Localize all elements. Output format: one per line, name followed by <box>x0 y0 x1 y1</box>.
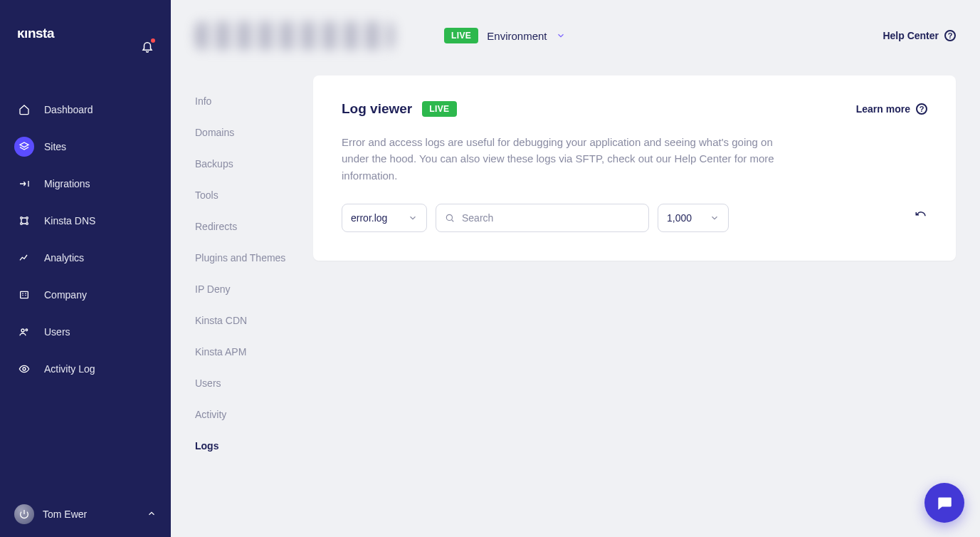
sidebar-item-analytics[interactable]: Analytics <box>0 241 171 275</box>
sidebar-item-dns[interactable]: Kinsta DNS <box>0 204 171 238</box>
help-icon: ? <box>944 30 956 41</box>
chat-launcher[interactable] <box>924 483 964 523</box>
users-icon <box>19 326 30 338</box>
site-title-redacted <box>195 21 394 50</box>
user-menu[interactable]: Tom Ewer <box>0 491 171 537</box>
avatar <box>14 504 34 524</box>
help-center-link[interactable]: Help Center ? <box>882 30 956 41</box>
card-title: Log viewer <box>342 101 412 117</box>
brand-logo[interactable]: ĸınsta <box>17 26 78 46</box>
sidebar: ĸınsta Dashboard Sites Migrations Kinsta… <box>0 0 171 537</box>
sidebar-item-dashboard[interactable]: Dashboard <box>0 93 171 127</box>
svg-point-8 <box>23 367 26 370</box>
subnav-redirects[interactable]: Redirects <box>171 211 313 242</box>
subnav-cdn[interactable]: Kinsta CDN <box>171 305 313 336</box>
power-icon <box>19 509 30 520</box>
refresh-button[interactable] <box>915 210 927 226</box>
sidebar-item-label: Activity Log <box>44 363 95 375</box>
dns-icon <box>19 215 30 226</box>
svg-point-3 <box>21 223 23 225</box>
notification-dot <box>151 38 155 43</box>
subnav-ip-deny[interactable]: IP Deny <box>171 273 313 305</box>
live-badge: LIVE <box>444 28 478 43</box>
svg-rect-5 <box>21 291 28 298</box>
card-description: Error and access logs are useful for deb… <box>342 134 783 184</box>
sidebar-item-activity-log[interactable]: Activity Log <box>0 352 171 386</box>
sidebar-item-label: Migrations <box>44 178 90 189</box>
svg-point-9 <box>446 214 452 220</box>
help-icon: ? <box>916 103 927 115</box>
sidebar-item-users[interactable]: Users <box>0 315 171 349</box>
environment-selector[interactable]: LIVE Environment <box>444 28 566 43</box>
refresh-icon <box>915 210 927 223</box>
svg-point-1 <box>21 217 23 219</box>
log-search[interactable] <box>436 204 649 232</box>
sidebar-item-label: Sites <box>44 141 66 152</box>
chevron-down-icon <box>408 213 418 223</box>
chevron-down-icon <box>556 31 566 41</box>
learn-more-link[interactable]: Learn more ? <box>856 103 927 115</box>
line-count-select[interactable]: 1,000 <box>658 204 729 232</box>
subnav-backups[interactable]: Backups <box>171 148 313 179</box>
subnav-plugins[interactable]: Plugins and Themes <box>171 242 313 273</box>
svg-text:ĸınsta: ĸınsta <box>17 26 55 41</box>
subnav-apm[interactable]: Kinsta APM <box>171 336 313 367</box>
chat-icon <box>935 494 954 512</box>
sidebar-item-label: Analytics <box>44 252 84 264</box>
live-badge: LIVE <box>422 101 456 117</box>
chevron-down-icon <box>710 213 720 223</box>
sidebar-item-label: Users <box>44 326 70 338</box>
notifications-button[interactable] <box>141 40 154 56</box>
environment-label: Environment <box>487 30 547 42</box>
svg-point-7 <box>26 329 28 331</box>
analytics-icon <box>19 252 30 264</box>
chevron-up-icon <box>147 509 157 521</box>
sidebar-item-sites[interactable]: Sites <box>0 130 171 164</box>
page-header: LIVE Environment Help Center ? <box>171 0 980 71</box>
user-name: Tom Ewer <box>43 509 87 520</box>
log-viewer-card: Log viewer LIVE Learn more ? Error and a… <box>313 75 956 261</box>
company-icon <box>19 289 30 301</box>
sidebar-item-label: Company <box>44 289 87 301</box>
subnav-logs[interactable]: Logs <box>171 430 313 462</box>
svg-point-4 <box>26 223 28 225</box>
subnav-info[interactable]: Info <box>171 85 313 117</box>
migrations-icon <box>19 178 30 189</box>
svg-point-2 <box>26 217 28 219</box>
search-input[interactable] <box>462 212 640 224</box>
subnav-users[interactable]: Users <box>171 367 313 399</box>
subnav-domains[interactable]: Domains <box>171 117 313 148</box>
sidebar-item-migrations[interactable]: Migrations <box>0 167 171 201</box>
svg-point-6 <box>21 329 24 332</box>
sidebar-item-label: Dashboard <box>44 104 93 115</box>
search-icon <box>445 213 455 223</box>
site-subnav: Info Domains Backups Tools Redirects Plu… <box>171 0 313 537</box>
sidebar-item-label: Kinsta DNS <box>44 215 95 226</box>
subnav-activity[interactable]: Activity <box>171 399 313 430</box>
subnav-tools[interactable]: Tools <box>171 179 313 211</box>
home-icon <box>19 104 30 115</box>
log-file-select[interactable]: error.log <box>342 204 427 232</box>
layers-icon <box>19 141 30 152</box>
sidebar-item-company[interactable]: Company <box>0 278 171 312</box>
eye-icon <box>19 363 30 375</box>
